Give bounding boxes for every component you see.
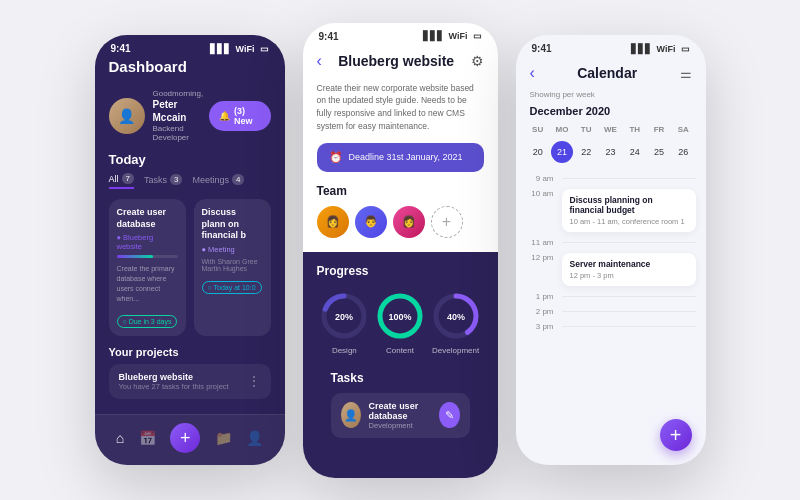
time-line-1pm <box>562 296 696 297</box>
tasks-title: Tasks <box>331 371 470 385</box>
card-1-badge: ○ Due in 3 days <box>117 315 178 328</box>
task-details: Create user database Development <box>369 401 439 430</box>
tab-tasks[interactable]: Tasks 3 <box>144 173 182 189</box>
slot-9am: 9 am <box>526 174 696 183</box>
projects-section: Your projects Blueberg website You have … <box>95 346 285 399</box>
deadline-badge: ⏰ Deadline 31st January, 2021 <box>317 143 484 172</box>
back-button[interactable]: ‹ <box>317 52 322 70</box>
task-card-2[interactable]: Discuss plann on financial b ● Meeting W… <box>194 199 271 336</box>
task-name: Create user database <box>369 401 439 421</box>
settings-icon[interactable]: ⚙ <box>471 53 484 69</box>
day-23[interactable]: 23 <box>598 140 622 164</box>
slot-11am: 11 am <box>526 238 696 247</box>
card-1-progress <box>117 255 178 258</box>
event-financial-title: Discuss planning on financial budget <box>570 195 688 215</box>
per-week-label: Showing per week <box>516 90 706 105</box>
user-role: Backend Developer <box>153 124 210 142</box>
tab-all-label: All <box>109 174 119 184</box>
slot-2pm: 2 pm <box>526 307 696 316</box>
filter-icon[interactable]: ⚌ <box>680 66 692 81</box>
time-12pm: 12 pm <box>526 253 554 286</box>
phone-project: 9:41 ▋▋▋ WiFi ▭ ‹ Blueberg website ⚙ Cre… <box>303 23 498 478</box>
day-21-today[interactable]: 21 <box>551 141 573 163</box>
time-line-2pm <box>562 311 696 312</box>
day-hdr-fr: FR <box>647 123 671 136</box>
tab-tasks-badge: 3 <box>170 174 182 185</box>
day-26[interactable]: 26 <box>671 140 695 164</box>
calendar-month: December 2020 <box>526 105 696 117</box>
team-label: Team <box>303 184 498 198</box>
dashboard-header: 👤 Goodmorning, Peter Mccain Backend Deve… <box>95 83 285 152</box>
days-header: SU MO TU WE TH FR SA <box>526 123 696 136</box>
day-22[interactable]: 22 <box>574 140 598 164</box>
progress-title: Progress <box>317 264 484 278</box>
project-description: Create their new corporate website based… <box>303 78 498 143</box>
day-hdr-th: TH <box>623 123 647 136</box>
edit-button[interactable]: ✎ <box>439 402 459 428</box>
donut-design: 20% Design <box>318 290 370 355</box>
event-financial[interactable]: Discuss planning on financial budget 10 … <box>562 189 696 232</box>
card-2-meta: With Sharon Gree Martin Hughes <box>202 258 263 272</box>
nav-calendar-icon[interactable]: 📅 <box>139 430 156 446</box>
slot-1pm: 1 pm <box>526 292 696 301</box>
status-icons-3: ▋▋▋ WiFi ▭ <box>631 44 690 54</box>
time-1pm: 1 pm <box>526 292 554 301</box>
calendar-grid: December 2020 SU MO TU WE TH FR SA 20 21… <box>516 105 706 164</box>
event-server-card: Server maintenance 12 pm - 3 pm <box>562 253 696 286</box>
project-item[interactable]: Blueberg website You have 27 tasks for t… <box>109 364 271 399</box>
clock-icon: ⏰ <box>329 151 343 164</box>
more-icon[interactable]: ⋮ <box>247 373 261 389</box>
nav-folder-icon[interactable]: 📁 <box>215 430 232 446</box>
time-9am: 9 am <box>526 174 554 183</box>
task-card-1[interactable]: Create user database ● Blueberg website … <box>109 199 186 336</box>
phones-container: 9:41 ▋▋▋ WiFi ▭ Dashboard 👤 Goodmorning,… <box>95 23 706 478</box>
signal-icon-1: ▋▋▋ <box>210 44 231 54</box>
task-card[interactable]: 👤 Create user database Development ✎ <box>331 393 470 438</box>
task-info: 👤 Create user database Development <box>341 401 440 430</box>
card-1-desc: Create the primary database where users … <box>117 264 178 303</box>
user-details: Goodmorning, Peter Mccain Backend Develo… <box>153 89 210 142</box>
battery-icon-2: ▭ <box>473 31 482 41</box>
time-line-9am <box>562 178 696 179</box>
add-team-member-button[interactable]: + <box>431 206 463 238</box>
battery-icon-1: ▭ <box>260 44 269 54</box>
tab-all-badge: 7 <box>122 173 134 184</box>
event-financial-card: Discuss planning on financial budget 10 … <box>562 189 696 232</box>
team-avatar-2: 👨 <box>355 206 387 238</box>
project-title: Blueberg website <box>338 53 454 69</box>
event-server[interactable]: Server maintenance 12 pm - 3 pm <box>562 253 696 286</box>
card-2-badge: ○ Today at 10:0 <box>202 281 262 294</box>
task-cards: Create user database ● Blueberg website … <box>109 199 271 336</box>
day-24[interactable]: 24 <box>623 140 647 164</box>
donut-row: 20% Design 100% Content <box>317 290 484 355</box>
tab-meetings[interactable]: Meetings 4 <box>192 173 244 189</box>
team-avatar-1: 👩 <box>317 206 349 238</box>
dashboard-title: Dashboard <box>95 58 285 75</box>
time-10am: 10 am <box>526 189 554 232</box>
time-line-3pm <box>562 326 696 327</box>
deadline-text: Deadline 31st January, 2021 <box>349 152 463 162</box>
time-11am: 11 am <box>526 238 554 247</box>
tab-all[interactable]: All 7 <box>109 173 134 189</box>
user-name: Peter Mccain <box>153 98 210 124</box>
team-avatar-3: 👩 <box>393 206 425 238</box>
calendar-back-button[interactable]: ‹ <box>530 64 535 82</box>
svg-text:40%: 40% <box>447 312 465 322</box>
nav-profile-icon[interactable]: 👤 <box>246 430 263 446</box>
tab-meetings-label: Meetings <box>192 175 229 185</box>
day-25[interactable]: 25 <box>647 140 671 164</box>
nav-home-icon[interactable]: ⌂ <box>116 430 124 446</box>
today-section: Today All 7 Tasks 3 Meetings 4 Create us… <box>95 152 285 336</box>
nav-add-button[interactable]: + <box>170 423 200 453</box>
notification-badge[interactable]: 🔔 (3) New <box>209 101 271 131</box>
project-header: ‹ Blueberg website ⚙ <box>303 46 498 78</box>
day-20[interactable]: 20 <box>526 140 550 164</box>
slot-10am: 10 am Discuss planning on financial budg… <box>526 189 696 232</box>
avatar: 👤 <box>109 98 145 134</box>
donut-dev-label: Development <box>432 346 479 355</box>
status-icons-1: ▋▋▋ WiFi ▭ <box>210 44 269 54</box>
calendar-add-button[interactable]: + <box>660 419 692 451</box>
task-sub: Development <box>369 421 439 430</box>
donut-dev: 40% Development <box>430 290 482 355</box>
status-bar-3: 9:41 ▋▋▋ WiFi ▭ <box>516 35 706 58</box>
